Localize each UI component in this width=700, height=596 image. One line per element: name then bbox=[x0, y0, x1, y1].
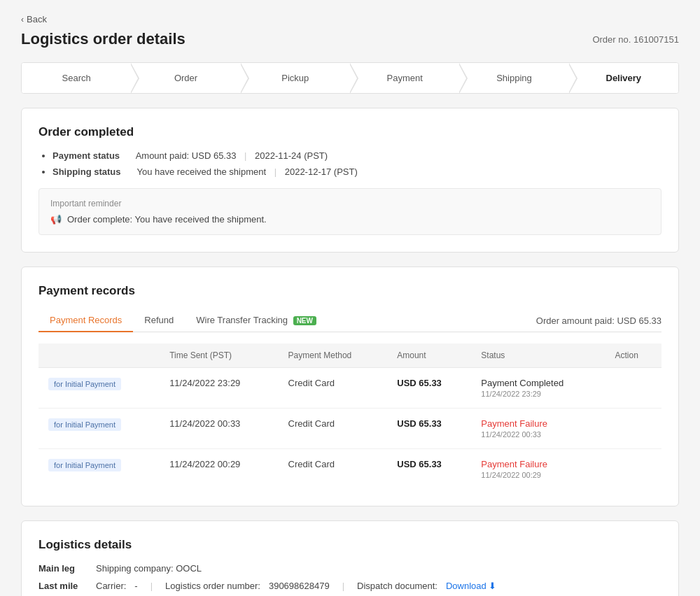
cell-method: Credit Card bbox=[279, 409, 388, 449]
main-leg-row: Main leg Shipping company: OOCL bbox=[38, 563, 662, 574]
reminder-icon: 📢 bbox=[50, 214, 62, 225]
tab-refund[interactable]: Refund bbox=[133, 309, 185, 332]
table-row: for Initial Payment 11/24/2022 00:33 Cre… bbox=[38, 409, 662, 449]
tag-badge: for Initial Payment bbox=[48, 378, 121, 390]
col-time: Time Sent (PST) bbox=[160, 343, 278, 368]
download-icon: ⬇ bbox=[489, 581, 496, 591]
carrier-label: Carrier: bbox=[96, 581, 126, 591]
table-header-row: Time Sent (PST) Payment Method Amount St… bbox=[38, 343, 662, 368]
carrier-value: - bbox=[134, 581, 137, 591]
tag-badge: for Initial Payment bbox=[48, 418, 121, 431]
cell-amount: USD 65.33 bbox=[387, 368, 471, 409]
page-title-row: Logistics order details Order no. 161007… bbox=[21, 30, 679, 48]
payment-status-item: Payment status Amount paid: USD 65.33 | … bbox=[52, 150, 662, 161]
cell-tag: for Initial Payment bbox=[38, 449, 160, 490]
dispatch-doc-label: Dispatch document: bbox=[357, 581, 438, 591]
tabs-row: Payment Records Refund Wire Transfer Tra… bbox=[38, 309, 662, 332]
logistics-details-title: Logistics details bbox=[38, 538, 662, 552]
order-completed-title: Order completed bbox=[38, 125, 662, 139]
last-mile-row: Last mile Carrier: - | Logistics order n… bbox=[38, 581, 662, 591]
cell-status: Payment Failure 11/24/2022 00:33 bbox=[471, 409, 605, 449]
cell-method: Credit Card bbox=[279, 449, 388, 490]
cell-action bbox=[606, 449, 662, 490]
col-tag bbox=[38, 343, 160, 368]
col-method: Payment Method bbox=[279, 343, 388, 368]
cell-time: 11/24/2022 00:29 bbox=[160, 449, 278, 490]
cell-action bbox=[606, 368, 662, 409]
col-amount: Amount bbox=[387, 343, 471, 368]
step-payment[interactable]: Payment bbox=[350, 63, 459, 93]
order-amount-label: Order amount paid: USD 65.33 bbox=[536, 315, 662, 326]
order-completed-card: Order completed Payment status Amount pa… bbox=[21, 108, 679, 253]
status-list: Payment status Amount paid: USD 65.33 | … bbox=[38, 150, 662, 177]
cell-tag: for Initial Payment bbox=[38, 368, 160, 409]
reminder-label: Important reminder bbox=[50, 199, 650, 208]
back-label: Back bbox=[27, 14, 47, 24]
reminder-text: Order complete: You have received the sh… bbox=[67, 214, 267, 225]
step-pickup[interactable]: Pickup bbox=[241, 63, 350, 93]
cell-amount: USD 65.33 bbox=[387, 449, 471, 490]
dispatch-doc-download[interactable]: Download ⬇ bbox=[446, 581, 496, 591]
tab-payment-records[interactable]: Payment Records bbox=[38, 309, 133, 332]
steps-bar: Search Order Pickup Payment Shipping Del… bbox=[21, 62, 679, 94]
main-leg-label: Main leg bbox=[38, 563, 88, 574]
logistics-order-label: Logistics order number: bbox=[165, 581, 260, 591]
logistics-grid: Main leg Shipping company: OOCL Last mil… bbox=[38, 563, 662, 591]
cell-tag: for Initial Payment bbox=[38, 409, 160, 449]
payment-records-title: Payment records bbox=[38, 284, 662, 298]
payment-table: Time Sent (PST) Payment Method Amount St… bbox=[38, 343, 662, 489]
col-action: Action bbox=[606, 343, 662, 368]
cell-time: 11/24/2022 00:33 bbox=[160, 409, 278, 449]
payment-status-value: Amount paid: USD 65.33 bbox=[136, 150, 237, 161]
logistics-order-value: 390698628479 bbox=[269, 581, 330, 591]
cell-time: 11/24/2022 23:29 bbox=[160, 368, 278, 409]
table-row: for Initial Payment 11/24/2022 00:29 Cre… bbox=[38, 449, 662, 490]
step-delivery[interactable]: Delivery bbox=[569, 63, 678, 93]
page-title: Logistics order details bbox=[21, 30, 186, 48]
payment-status-date: 2022-11-24 (PST) bbox=[255, 150, 328, 161]
tab-wire-transfer[interactable]: Wire Transfer Tracking NEW bbox=[185, 309, 328, 332]
logistics-details-card: Logistics details Main leg Shipping comp… bbox=[21, 520, 679, 596]
reminder-box: Important reminder 📢 Order complete: You… bbox=[38, 188, 662, 235]
order-number: Order no. 161007151 bbox=[592, 34, 679, 45]
shipping-status-label: Shipping status bbox=[52, 166, 121, 177]
main-leg-value: Shipping company: OOCL bbox=[96, 563, 202, 574]
cell-status: Payment Failure 11/24/2022 00:29 bbox=[471, 449, 605, 490]
payment-records-card: Payment records Payment Records Refund W… bbox=[21, 267, 679, 506]
cell-status: Payment Completed 11/24/2022 23:29 bbox=[471, 368, 605, 409]
last-mile-label: Last mile bbox=[38, 581, 88, 591]
step-search[interactable]: Search bbox=[22, 63, 131, 93]
tabs-left: Payment Records Refund Wire Transfer Tra… bbox=[38, 309, 328, 332]
back-link[interactable]: ‹ Back bbox=[21, 14, 679, 24]
step-order[interactable]: Order bbox=[131, 63, 240, 93]
cell-method: Credit Card bbox=[279, 368, 388, 409]
shipping-status-item: Shipping status You have received the sh… bbox=[52, 166, 662, 177]
cell-amount: USD 65.33 bbox=[387, 409, 471, 449]
reminder-content: 📢 Order complete: You have received the … bbox=[50, 214, 650, 225]
new-badge: NEW bbox=[293, 316, 316, 325]
back-chevron-icon: ‹ bbox=[21, 15, 24, 24]
shipping-status-date: 2022-12-17 (PST) bbox=[285, 166, 358, 177]
table-row: for Initial Payment 11/24/2022 23:29 Cre… bbox=[38, 368, 662, 409]
col-status: Status bbox=[471, 343, 605, 368]
shipping-status-value: You have received the shipment bbox=[137, 166, 267, 177]
tag-badge: for Initial Payment bbox=[48, 459, 121, 471]
payment-status-label: Payment status bbox=[52, 150, 120, 161]
cell-action bbox=[606, 409, 662, 449]
step-shipping[interactable]: Shipping bbox=[459, 63, 568, 93]
page-wrapper: ‹ Back Logistics order details Order no.… bbox=[0, 0, 700, 596]
